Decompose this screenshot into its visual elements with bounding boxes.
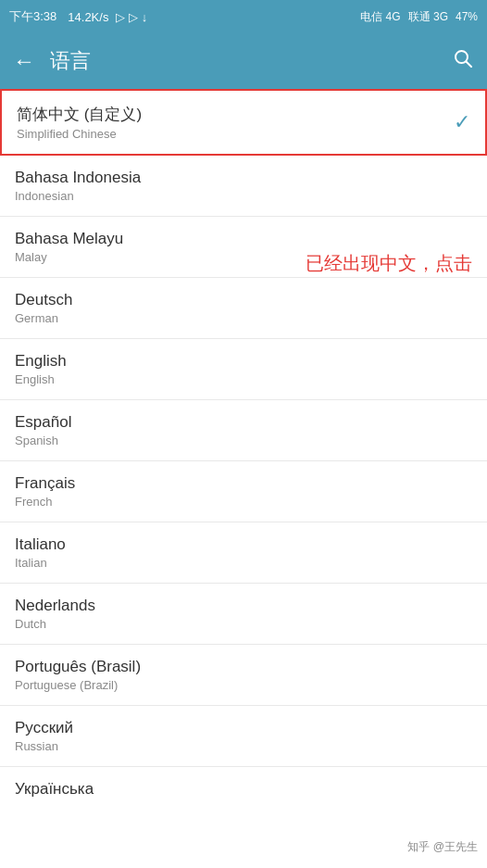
status-right: 电信 4G 联通 3G 47% xyxy=(360,9,478,25)
selected-language-name: 简体中文 (自定义) xyxy=(17,104,142,125)
language-name: English xyxy=(15,352,67,371)
watermark: 知乎 @王先生 xyxy=(407,839,478,855)
language-subname: Russian xyxy=(15,739,73,753)
status-network-speed: 14.2K/s xyxy=(68,10,108,24)
list-item[interactable]: Deutsch German xyxy=(0,278,487,339)
language-subname: Portuguese (Brazil) xyxy=(15,678,141,692)
language-text: English English xyxy=(15,352,67,386)
list-item[interactable]: Português (Brasil) Portuguese (Brazil) xyxy=(0,645,487,706)
language-subname: Spanish xyxy=(15,434,71,447)
language-text: Italiano Italian xyxy=(15,535,66,570)
language-text: Deutsch German xyxy=(15,291,72,325)
search-icon[interactable] xyxy=(452,47,474,75)
checkmark-icon: ✓ xyxy=(454,110,470,134)
language-subname: German xyxy=(15,311,72,325)
language-text: Nederlands Dutch xyxy=(15,597,95,631)
language-name: Italiano xyxy=(15,535,66,554)
list-item[interactable]: English English xyxy=(0,339,487,400)
app-bar: ← 语言 xyxy=(0,33,487,89)
status-carrier1: 电信 4G xyxy=(360,9,400,25)
list-item[interactable]: Español Spanish xyxy=(0,400,487,461)
status-left: 下午3:38 14.2K/s ▷ ▷ ↓ xyxy=(9,8,147,25)
language-subname: Italian xyxy=(15,556,66,570)
list-item[interactable]: Українська xyxy=(0,767,487,811)
language-name: Nederlands xyxy=(15,597,95,615)
language-name: Português (Brasil) xyxy=(15,658,141,676)
language-name: Español xyxy=(15,413,71,432)
selected-language-subname: Simplified Chinese xyxy=(17,127,142,141)
language-text: Español Spanish xyxy=(15,413,71,447)
list-item[interactable]: Français French xyxy=(0,461,487,522)
list-item[interactable]: Bahasa Indonesia Indonesian xyxy=(0,156,487,217)
language-list: Bahasa Indonesia Indonesian Bahasa Melay… xyxy=(0,156,487,811)
notification-icons: ▷ ▷ ↓ xyxy=(116,10,147,24)
content-wrapper: 简体中文 (自定义) Simplified Chinese ✓ 已经出现中文，点… xyxy=(0,89,487,811)
status-bar: 下午3:38 14.2K/s ▷ ▷ ↓ 电信 4G 联通 3G 47% xyxy=(0,0,487,33)
status-carrier2: 联通 3G xyxy=(408,9,448,25)
language-subname: Indonesian xyxy=(15,189,141,203)
list-item[interactable]: Bahasa Melayu Malay xyxy=(0,217,487,278)
selected-language-text: 简体中文 (自定义) Simplified Chinese xyxy=(17,104,142,141)
language-name: Bahasa Melayu xyxy=(15,230,123,248)
language-subname: Malay xyxy=(15,250,123,264)
language-text: Українська xyxy=(15,780,94,799)
language-subname: English xyxy=(15,372,67,386)
list-item[interactable]: Italiano Italian xyxy=(0,522,487,584)
language-name: Deutsch xyxy=(15,291,72,309)
status-time: 下午3:38 xyxy=(9,8,56,25)
language-name: Русский xyxy=(15,719,73,737)
selected-language-item[interactable]: 简体中文 (自定义) Simplified Chinese ✓ xyxy=(0,89,487,156)
svg-line-1 xyxy=(467,62,472,68)
list-item[interactable]: Nederlands Dutch xyxy=(0,584,487,645)
language-subname: Dutch xyxy=(15,617,95,631)
page-title: 语言 xyxy=(50,47,437,75)
language-text: Français French xyxy=(15,474,75,509)
list-item[interactable]: Русский Russian xyxy=(0,706,487,767)
language-text: Bahasa Melayu Malay xyxy=(15,230,123,264)
status-battery: 47% xyxy=(456,10,478,23)
language-text: Русский Russian xyxy=(15,719,73,753)
language-name: Bahasa Indonesia xyxy=(15,169,141,187)
language-text: Português (Brasil) Portuguese (Brazil) xyxy=(15,658,141,692)
back-button[interactable]: ← xyxy=(13,48,35,74)
language-name: Français xyxy=(15,474,75,493)
language-name: Українська xyxy=(15,780,94,799)
language-subname: French xyxy=(15,495,75,509)
language-text: Bahasa Indonesia Indonesian xyxy=(15,169,141,203)
